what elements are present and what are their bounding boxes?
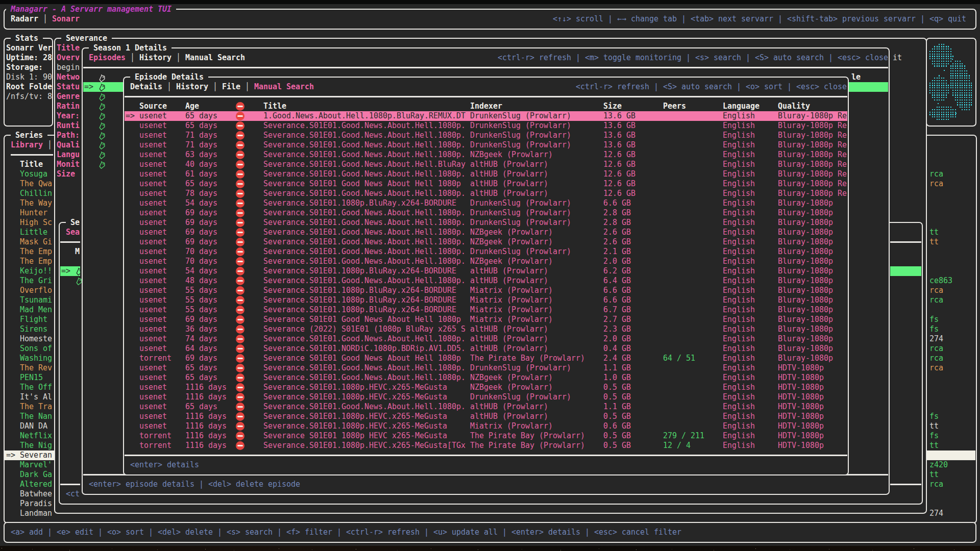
release-title[interactable]: Severance.S01E01.Good.News.About.Hell.10… [263, 402, 465, 412]
series-item[interactable]: The Emp [20, 257, 52, 266]
series-item[interactable]: Little [20, 228, 47, 237]
tab-episode-history[interactable]: History [176, 82, 208, 92]
series-item[interactable]: The Way [20, 198, 52, 208]
release-title[interactable]: Severance.S01E01.1080p.HEVC.x265-MeGusta [263, 383, 447, 392]
series-item[interactable]: Sons of [20, 344, 52, 354]
series-item[interactable]: Altered [20, 480, 52, 489]
series-item[interactable]: Marvel' [20, 460, 52, 470]
release-source[interactable]: usenet [139, 276, 167, 286]
tab-sonarr[interactable]: Sonarr [52, 14, 80, 24]
release-source[interactable]: usenet [139, 402, 167, 412]
series-item[interactable]: Homeste [20, 334, 52, 344]
tab-season-manual-search[interactable]: Manual Search [185, 53, 245, 63]
series-item[interactable]: Keijo!! [20, 266, 52, 276]
series-item[interactable]: Chillin [20, 189, 52, 198]
release-source[interactable]: usenet [139, 169, 167, 179]
release-title[interactable]: Severance.S01E01.1080p.BluRay.x264-BORDU… [263, 266, 456, 276]
series-item[interactable]: Landman [20, 509, 52, 518]
release-source[interactable]: usenet [139, 150, 167, 160]
release-title[interactable]: Severance.S01E01.1080p.HEVC.x265-MeGusta [263, 412, 447, 421]
release-source[interactable]: torrent [139, 441, 172, 450]
release-source[interactable]: usenet [139, 305, 167, 315]
release-title[interactable]: Severance.S01E01.Good.News.About.Hell.10… [263, 247, 465, 257]
release-title[interactable]: Severance.S01E01.Good.News.About.Hell.10… [263, 237, 465, 247]
tab-season-history[interactable]: History [139, 53, 172, 63]
release-source[interactable]: usenet [139, 373, 167, 383]
release-title[interactable]: Severance.S01E01.Good.News.About.Hell.10… [263, 150, 465, 160]
series-item[interactable]: Yosuga [20, 169, 47, 179]
release-title[interactable]: Severance.S01E01.Good.News.About.Hell.10… [263, 208, 465, 218]
release-source[interactable]: usenet [139, 392, 167, 402]
series-item[interactable]: Flight [20, 315, 47, 324]
release-title[interactable]: Severance.S01E01.1080p.BluRay.x264-BORDU… [263, 305, 456, 315]
series-item[interactable]: Netflix [20, 431, 52, 441]
series-item[interactable]: The Off [20, 383, 52, 392]
release-source[interactable]: usenet [139, 198, 167, 208]
release-source[interactable]: usenet [139, 286, 167, 295]
release-title[interactable]: Severance S01E01 Good News About Hell 10… [263, 354, 461, 363]
series-item[interactable]: Mad Men [20, 305, 52, 315]
selected-series-row[interactable] [5, 450, 975, 460]
tab-episodes[interactable]: Episodes [89, 53, 126, 63]
series-item[interactable]: The Emp [20, 247, 52, 257]
release-title[interactable]: Severance.S01E01.1080p.BluRay.x264-BORDU… [263, 198, 456, 208]
release-source[interactable]: usenet [139, 363, 167, 373]
release-source[interactable]: usenet [139, 121, 167, 131]
series-item[interactable]: The Nig [20, 441, 52, 450]
col-header-peers[interactable]: Peers [663, 102, 686, 111]
series-item[interactable]: Paradis [20, 499, 52, 509]
release-source[interactable]: usenet [139, 237, 167, 247]
release-title[interactable]: Severance.S01E01.1080p.BluRay.x264-BORDU… [263, 286, 456, 295]
release-source[interactable]: usenet [139, 208, 167, 218]
release-source[interactable]: usenet [139, 140, 167, 150]
release-title[interactable]: Severance.S01E01.Good.News.About.Hell.Bl… [263, 160, 465, 169]
release-title[interactable]: Severance.S01E01.1080p.BluRay.x264-BORDU… [263, 295, 456, 305]
release-title[interactable]: Severance (2022) S01E01 (1080p BluRay x2… [263, 324, 465, 334]
release-source[interactable]: usenet [139, 160, 167, 169]
col-header-age[interactable]: Age [185, 102, 199, 111]
release-source[interactable]: usenet [139, 412, 167, 421]
series-item[interactable]: Severan [20, 450, 52, 460]
series-item[interactable]: Dark Ga [20, 470, 52, 480]
release-title[interactable]: Severance S01E01 Good News About Hell 10… [263, 179, 461, 189]
release-source[interactable]: usenet [139, 266, 167, 276]
series-item[interactable]: Batwhee [20, 489, 52, 499]
release-title[interactable]: Severance.S01E01.Good.News.About.Hell.10… [263, 131, 465, 140]
release-source[interactable]: usenet [139, 324, 167, 334]
series-item[interactable]: High Sc [20, 218, 52, 228]
release-source[interactable]: usenet [139, 189, 167, 198]
tab-library[interactable]: Library [11, 140, 43, 150]
release-title[interactable]: Severance.S01E01.NORDiC.1080p.BDRip.AV1.… [263, 344, 465, 354]
release-title[interactable]: Severance S01E01 1080p HEVC x265-MeGusta [263, 431, 447, 441]
release-title[interactable]: Severance.S01E01.Good.News.About.Hell.10… [263, 363, 465, 373]
release-source[interactable]: torrent [139, 431, 172, 441]
col-header-indexer[interactable]: Indexer [470, 102, 502, 111]
release-source[interactable]: usenet [139, 131, 167, 140]
release-source[interactable]: usenet [139, 218, 167, 228]
release-source[interactable]: usenet [139, 179, 167, 189]
release-source[interactable]: usenet [139, 315, 167, 324]
release-source[interactable]: usenet [139, 344, 167, 354]
release-source[interactable]: usenet [139, 111, 167, 121]
release-title[interactable]: Severance.S01E01.Good.News.About.Hell.10… [263, 121, 465, 131]
release-title[interactable]: Severance.S01E01.Good.News.About.Hell.10… [263, 169, 465, 179]
release-title[interactable]: Severance.S01E01.Good.News.About.Hell.10… [263, 257, 465, 266]
release-source[interactable]: usenet [139, 295, 167, 305]
release-source[interactable]: usenet [139, 228, 167, 237]
col-header-size[interactable]: Size [603, 102, 622, 111]
tab-details[interactable]: Details [130, 82, 162, 92]
tab-radarr[interactable]: Radarr [11, 14, 38, 24]
tab-file[interactable]: File [222, 82, 240, 92]
release-title[interactable]: Severance.S01E01.Good.News.About.Hell.10… [263, 218, 465, 228]
release-source[interactable]: usenet [139, 334, 167, 344]
release-title[interactable]: Severance.S01E01.1080p.HEVC.x265-MeGusta [263, 421, 447, 431]
series-item[interactable]: Overflo [20, 286, 52, 295]
series-item[interactable]: Mask Gi [20, 237, 52, 247]
series-item[interactable]: The Nan [20, 412, 52, 421]
release-title[interactable]: Severance.S01E01.Good.News.About.Hell.10… [263, 228, 465, 237]
col-header-title[interactable]: Title [263, 102, 286, 111]
series-item[interactable]: The Rev [20, 363, 52, 373]
col-header-language[interactable]: Language [723, 102, 760, 111]
release-title[interactable]: Severance.S01E01.Good.News.About.Hell.10… [263, 140, 465, 150]
col-header-quality[interactable]: Quality [778, 102, 810, 111]
